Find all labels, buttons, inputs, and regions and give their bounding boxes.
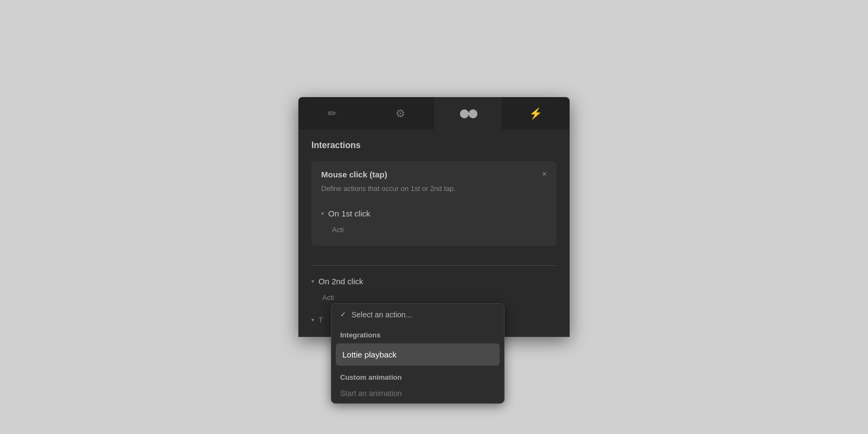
- drops-icon: ⬤⬤: [459, 108, 477, 118]
- chevron-down-icon: ▾: [321, 210, 324, 216]
- tab-gear[interactable]: ⚙: [366, 97, 434, 130]
- truncated-label: T: [318, 316, 323, 324]
- first-action-row: Acti: [321, 222, 547, 237]
- first-click-label: On 1st click: [328, 209, 371, 218]
- action-dropdown: ✓ Select an action... Integrations Lotti…: [331, 303, 505, 404]
- tab-bolt[interactable]: ⚡: [502, 97, 570, 130]
- first-action-label: Acti: [332, 226, 344, 234]
- second-click-row[interactable]: ▾ On 2nd click: [311, 272, 557, 290]
- check-icon: ✓: [340, 310, 346, 318]
- dropdown-item-start-animation[interactable]: Start an animation: [331, 384, 504, 403]
- divider: [311, 265, 557, 266]
- chevron-down-icon-2: ▾: [311, 278, 314, 284]
- interaction-card: Mouse click (tap) × Define actions that …: [311, 161, 557, 246]
- first-click-section: ▾ On 1st click Acti: [321, 205, 547, 237]
- chevron-down-icon-3: ▾: [311, 317, 314, 323]
- lottie-item-wrapper: Lottie playback: [331, 341, 504, 368]
- tab-drops[interactable]: ⬤⬤: [434, 97, 502, 130]
- custom-animation-group-label: Custom animation: [331, 368, 504, 384]
- first-click-row[interactable]: ▾ On 1st click: [321, 205, 547, 222]
- interaction-card-header: Mouse click (tap) ×: [321, 170, 547, 183]
- gear-icon: ⚙: [395, 107, 405, 120]
- second-action-label: Acti: [322, 293, 334, 302]
- second-click-label: On 2nd click: [318, 277, 363, 286]
- tab-brush[interactable]: ✏: [298, 97, 366, 130]
- close-button[interactable]: ×: [542, 170, 547, 178]
- dropdown-item-lottie-playback[interactable]: Lottie playback: [336, 343, 500, 366]
- interaction-description: Define actions that occur on 1st or 2nd …: [321, 183, 547, 194]
- start-animation-label: Start an animation: [340, 389, 402, 398]
- brush-icon: ✏: [328, 107, 337, 120]
- panel-content: Interactions Mouse click (tap) × Define …: [298, 130, 570, 266]
- lottie-playback-label: Lottie playback: [342, 350, 397, 359]
- select-action-label: Select an action...: [352, 310, 412, 319]
- tab-bar: ✏ ⚙ ⬤⬤ ⚡: [298, 97, 570, 130]
- integrations-group-label: Integrations: [331, 326, 504, 341]
- interaction-title: Mouse click (tap): [321, 170, 387, 179]
- dropdown-container: ✓ Select an action... Integrations Lotti…: [331, 303, 505, 404]
- dropdown-item-select-action[interactable]: ✓ Select an action...: [331, 304, 504, 326]
- bolt-icon: ⚡: [529, 107, 542, 120]
- section-title: Interactions: [311, 141, 557, 150]
- main-panel: ✏ ⚙ ⬤⬤ ⚡ Interactions Mouse click (tap) …: [298, 97, 570, 337]
